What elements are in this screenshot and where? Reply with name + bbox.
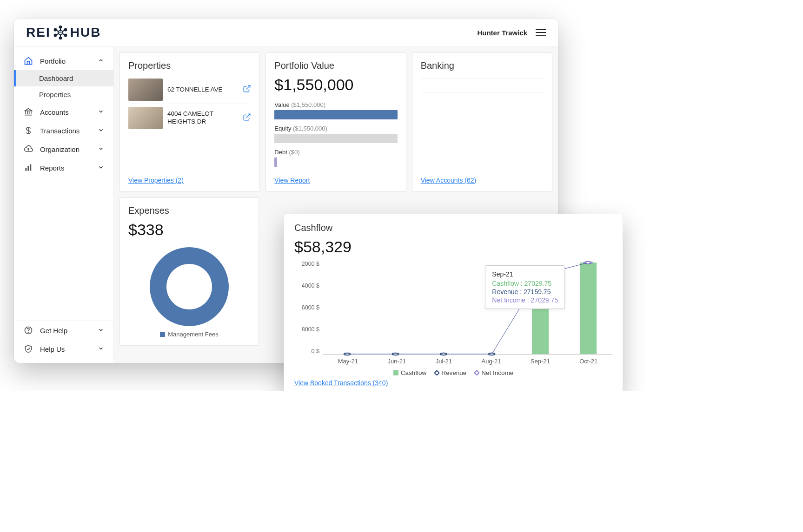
chart-tooltip: Sep-21 Cashflow : 27029.75 Revenue : 271…: [485, 265, 565, 309]
chevron-down-icon: [98, 327, 104, 335]
divider: [421, 79, 544, 79]
sidebar-item-label: Help Us: [40, 345, 65, 353]
sidebar-item-transactions[interactable]: Transactions: [14, 121, 113, 140]
view-report-link[interactable]: View Report: [274, 177, 397, 184]
properties-card: Properties 62 TONNELLE AVE 4004 CAMELOT …: [119, 53, 260, 192]
pv-equity-bar: [274, 134, 397, 143]
sidebar-item-reports[interactable]: Reports: [14, 158, 113, 177]
view-accounts-link[interactable]: View Accounts (62): [421, 177, 544, 184]
legend-marker: [434, 370, 440, 376]
property-name: 62 TONNELLE AVE: [167, 86, 238, 94]
legend-netincome: Net Income: [475, 369, 513, 376]
tooltip-netincome: Net Income : 27029.75: [492, 296, 558, 304]
logo-network-icon: [53, 26, 67, 39]
logo: REI HUB: [26, 25, 101, 40]
sidebar-item-dashboard[interactable]: Dashboard: [14, 70, 113, 86]
pv-equity-label: Equity ($1,550,000): [274, 125, 397, 132]
svg-point-19: [392, 353, 399, 355]
home-icon: [23, 56, 33, 66]
chevron-down-icon: [98, 145, 104, 153]
legend-revenue: Revenue: [435, 369, 466, 376]
shield-check-icon: [23, 344, 33, 354]
menu-icon[interactable]: [536, 29, 546, 36]
property-thumbnail: [128, 79, 163, 101]
svg-point-6: [59, 26, 61, 28]
pv-debt-label: Debt ($0): [274, 149, 397, 156]
card-title: Banking: [421, 60, 544, 71]
logo-text-right: HUB: [70, 25, 101, 40]
expenses-card: Expenses $338 Management Fees: [119, 197, 259, 346]
x-axis: May-21 Jun-21 Jul-21 Aug-21 Sep-21 Oct-2…: [323, 358, 612, 365]
svg-point-11: [54, 29, 56, 31]
sidebar: Portfolio Dashboard Properties Accounts: [14, 47, 114, 363]
chevron-down-icon: [98, 127, 104, 135]
dollar-icon: [23, 126, 33, 135]
sidebar-item-label: Accounts: [40, 108, 69, 116]
expenses-legend: Management Fees: [160, 331, 218, 338]
svg-rect-14: [27, 166, 29, 171]
chevron-up-icon: [98, 57, 104, 65]
view-properties-link[interactable]: View Properties (2): [128, 177, 251, 184]
sidebar-item-label: Organization: [40, 145, 80, 153]
divider: [421, 92, 544, 92]
y-tick: 6000 $: [302, 304, 319, 311]
pv-value-label: Value ($1,550,000): [274, 101, 397, 108]
y-tick: 2000 $: [302, 261, 319, 267]
sidebar-item-properties[interactable]: Properties: [14, 86, 113, 103]
card-title: Cashflow: [294, 223, 612, 233]
sidebar-item-get-help[interactable]: Get Help: [14, 321, 113, 340]
svg-point-18: [344, 353, 351, 355]
bank-icon: [23, 107, 33, 117]
x-tick: Jul-21: [436, 358, 452, 365]
y-tick: 4000 $: [302, 282, 319, 289]
property-row[interactable]: 4004 CAMELOT HEIGHTS DR: [128, 104, 251, 132]
svg-point-20: [440, 353, 447, 355]
svg-point-8: [64, 34, 66, 37]
user-name: Hunter Trawick: [477, 29, 527, 37]
card-title: Properties: [128, 60, 251, 71]
sidebar-item-label: Portfolio: [40, 57, 66, 65]
cashflow-card: Cashflow $58,329 2000 $ 4000 $ 6000 $ 80…: [284, 214, 623, 391]
property-name: 4004 CAMELOT HEIGHTS DR: [167, 110, 238, 126]
legend-cashflow: Cashflow: [393, 369, 427, 376]
bar-chart-icon: [23, 163, 33, 172]
y-axis: 2000 $ 4000 $ 6000 $ 8000 $ 0 $: [294, 261, 322, 355]
svg-point-17: [28, 332, 28, 333]
svg-point-21: [489, 353, 495, 355]
topbar: REI HUB Hunter Trawick: [14, 19, 558, 47]
line-chart-points: [323, 261, 612, 354]
sidebar-item-help-us[interactable]: Help Us: [14, 340, 113, 358]
legend-marker: [474, 370, 480, 376]
chevron-down-icon: [98, 164, 104, 172]
user-area: Hunter Trawick: [477, 29, 546, 37]
property-row[interactable]: 62 TONNELLE AVE: [128, 76, 251, 104]
svg-rect-13: [25, 168, 27, 171]
plot-area: Sep-21 Cashflow : 27029.75 Revenue : 271…: [323, 261, 612, 355]
portfolio-value-card: Portfolio Value $1,550,000 Value ($1,550…: [265, 53, 406, 192]
sidebar-item-organization[interactable]: Organization: [14, 140, 113, 158]
app-window: REI HUB Hunter Trawick: [14, 19, 558, 363]
svg-point-9: [59, 37, 61, 39]
donut-icon: [150, 247, 229, 326]
svg-point-12: [58, 30, 62, 34]
question-circle-icon: [23, 326, 33, 335]
svg-point-10: [54, 34, 56, 37]
sidebar-item-portfolio[interactable]: Portfolio: [14, 52, 113, 70]
sidebar-bottom: Get Help Help Us: [14, 321, 113, 358]
view-booked-transactions-link[interactable]: View Booked Transactions (340): [294, 379, 388, 387]
open-in-new-icon[interactable]: [243, 85, 251, 95]
tooltip-revenue: Revenue : 27159.75: [492, 288, 558, 296]
x-tick: Oct-21: [579, 358, 597, 365]
property-thumbnail: [128, 107, 163, 129]
y-tick: 0 $: [312, 348, 319, 355]
sidebar-item-accounts[interactable]: Accounts: [14, 103, 113, 121]
logo-text-left: REI: [26, 25, 51, 40]
pv-value-bar: [274, 110, 397, 119]
cloud-upload-icon: [23, 144, 33, 154]
svg-point-7: [64, 29, 66, 31]
sidebar-item-label: Transactions: [40, 127, 80, 135]
cashflow-legend: Cashflow Revenue Net Income: [294, 369, 612, 376]
open-in-new-icon[interactable]: [243, 113, 251, 123]
chevron-down-icon: [98, 345, 104, 353]
banking-card: Banking View Accounts (62): [412, 53, 552, 192]
